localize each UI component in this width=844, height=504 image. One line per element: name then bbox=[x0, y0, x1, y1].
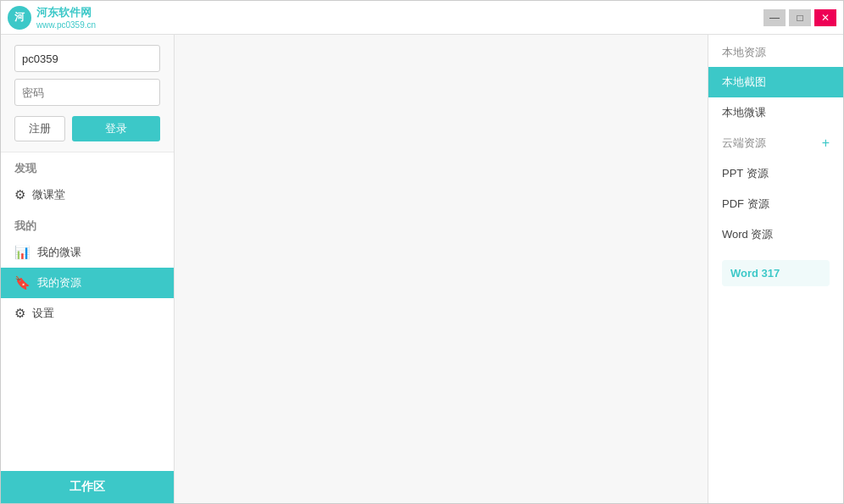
minimize-button[interactable]: — bbox=[763, 9, 786, 26]
local-section-title: 本地资源 bbox=[708, 35, 843, 67]
content-area bbox=[175, 35, 708, 503]
logo-area: 河 河东软件网 www.pc0359.cn bbox=[8, 5, 160, 30]
right-item-pdf[interactable]: PDF 资源 bbox=[708, 189, 843, 219]
right-item-label: 本地截图 bbox=[722, 75, 766, 90]
sidebar-item-my-micro[interactable]: 📊 我的微课 bbox=[1, 237, 174, 268]
cloud-plus-icon[interactable]: + bbox=[822, 136, 830, 151]
right-item-word[interactable]: Word 资源 bbox=[708, 219, 843, 250]
cloud-section-title: 云端资源 bbox=[722, 136, 766, 151]
login-button[interactable]: 登录 bbox=[72, 116, 160, 141]
logo-icon: 河 bbox=[8, 6, 31, 30]
section-mine: 我的 bbox=[1, 210, 174, 237]
right-item-local-micro[interactable]: 本地微课 bbox=[708, 97, 843, 128]
sidebar-item-label: 我的资源 bbox=[37, 275, 81, 291]
right-item-label: PDF 资源 bbox=[722, 197, 769, 212]
sidebar-item-settings[interactable]: ⚙ 设置 bbox=[1, 298, 174, 329]
main-layout: 注册 登录 发现 ⚙ 微课堂 我的 📊 我的微课 🔖 我的资源 ⚙ bbox=[1, 35, 843, 503]
sidebar-footer: 工作区 bbox=[1, 471, 174, 503]
register-button[interactable]: 注册 bbox=[14, 116, 65, 141]
word-badge: Word 317 bbox=[722, 260, 830, 286]
close-button[interactable]: ✕ bbox=[814, 9, 836, 26]
my-micro-icon: 📊 bbox=[14, 245, 31, 260]
logo-main-text: 河东软件网 bbox=[36, 5, 96, 20]
login-area: 注册 登录 bbox=[1, 35, 174, 152]
titlebar-controls: — □ ✕ bbox=[763, 9, 836, 26]
right-item-local-screenshot[interactable]: 本地截图 bbox=[708, 67, 843, 97]
sidebar-item-label: 微课堂 bbox=[32, 187, 65, 202]
password-input[interactable] bbox=[14, 79, 160, 106]
restore-button[interactable]: □ bbox=[789, 9, 811, 26]
sidebar-item-my-resources[interactable]: 🔖 我的资源 bbox=[1, 268, 174, 298]
right-item-ppt[interactable]: PPT 资源 bbox=[708, 158, 843, 189]
micro-class-icon: ⚙ bbox=[14, 187, 25, 202]
right-item-label: Word 资源 bbox=[722, 227, 773, 242]
word-badge-area: Word 317 bbox=[708, 250, 843, 296]
app-window: 河 河东软件网 www.pc0359.cn — □ ✕ 注册 登录 bbox=[0, 0, 844, 504]
login-buttons: 注册 登录 bbox=[14, 116, 160, 141]
right-item-label: 本地微课 bbox=[722, 105, 766, 120]
sidebar-item-label: 我的微课 bbox=[37, 245, 81, 260]
section-discover: 发现 bbox=[1, 152, 174, 180]
sidebar-item-micro-class[interactable]: ⚙ 微课堂 bbox=[1, 180, 174, 210]
username-input[interactable] bbox=[14, 45, 160, 72]
my-resources-icon: 🔖 bbox=[14, 275, 31, 291]
logo-url: www.pc0359.cn bbox=[36, 20, 96, 30]
right-item-label: PPT 资源 bbox=[722, 166, 769, 181]
cloud-section-row: 云端资源 + bbox=[708, 128, 843, 158]
settings-icon: ⚙ bbox=[14, 306, 25, 321]
titlebar: 河 河东软件网 www.pc0359.cn — □ ✕ bbox=[1, 1, 843, 35]
right-panel: 本地资源 本地截图 本地微课 云端资源 + PPT 资源 PDF 资源 Word… bbox=[708, 35, 843, 503]
sidebar-item-label: 设置 bbox=[32, 306, 54, 321]
sidebar: 注册 登录 发现 ⚙ 微课堂 我的 📊 我的微课 🔖 我的资源 ⚙ bbox=[1, 35, 175, 503]
